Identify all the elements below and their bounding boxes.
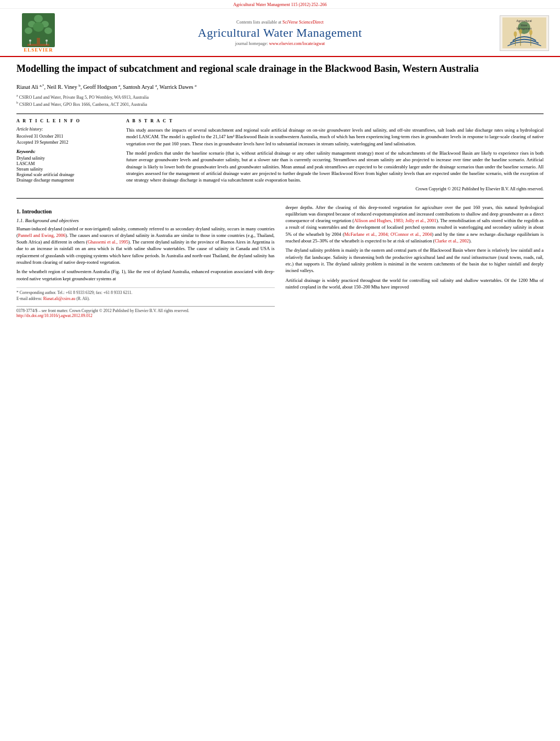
divider-1: [16, 114, 544, 114]
article-title: Modelling the impact of subcatchment and…: [16, 63, 544, 77]
journal-title: Agricultural Water Management: [66, 26, 494, 40]
footer-bar: 0378-3774/$ – see front matter. Crown Co…: [16, 306, 275, 318]
journal-logo-image: Agricultural Water Management: [500, 15, 549, 51]
keyword-4: Regional scale artificial drainage: [16, 172, 115, 177]
svg-point-4: [25, 27, 32, 34]
svg-text:Management: Management: [517, 27, 532, 30]
keyword-2: LASCAM: [16, 161, 115, 166]
right-para-2: The dryland salinity problem is mainly i…: [286, 247, 544, 274]
affiliations: a CSIRO Land and Water, Private Bag 5, P…: [16, 93, 544, 108]
affiliation-a: a CSIRO Land and Water, Private Bag 5, P…: [16, 93, 544, 101]
footnote-email-link[interactable]: Riasat.ali@csiro.au: [43, 296, 76, 301]
body-divider: [16, 198, 544, 199]
right-para-3: Artificial drainage is widely practiced …: [286, 277, 544, 291]
contents-line: Contents lists available at SciVerse Sci…: [66, 20, 494, 25]
homepage-link[interactable]: www.elsevier.com/locate/agwat: [269, 41, 325, 46]
doi-link[interactable]: http://dx.doi.org/10.1016/j.agwat.2012.0…: [16, 313, 92, 318]
footer-doi: http://dx.doi.org/10.1016/j.agwat.2012.0…: [16, 313, 275, 318]
ref-pannell: Pannell and Ewing, 2006: [18, 233, 65, 238]
elsevier-logo-area: ELSEVIER: [11, 13, 66, 53]
received-date: Received 31 October 2011: [16, 134, 115, 139]
svg-point-20: [529, 30, 533, 35]
article-info-abstract: A R T I C L E I N F O Article history: R…: [16, 118, 544, 191]
abstract-column: A B S T R A C T This study assesses the …: [126, 118, 544, 191]
abstract-text: This study assesses the impacts of sever…: [126, 127, 544, 184]
footer-copyright: 0378-3774/$ – see front matter. Crown Co…: [16, 308, 275, 313]
ref-allison: Allison and Hughes, 1983; Jolly et al., …: [354, 218, 436, 223]
abstract-para-1: This study assesses the impacts of sever…: [126, 127, 544, 147]
keyword-3: Stream salinity: [16, 167, 115, 172]
footnote-corresponding: * Corresponding author. Tel.: +61 8 9333…: [16, 290, 275, 296]
journal-logo-svg: Agricultural Water Management: [502, 16, 546, 49]
main-content: Modelling the impact of subcatchment and…: [0, 57, 560, 329]
svg-point-9: [29, 39, 31, 42]
copyright: Crown Copyright © 2012 Published by Else…: [126, 186, 544, 191]
elsevier-tree-icon: [22, 13, 55, 47]
body-left-col: 1. Introduction 1.1. Background and obje…: [16, 204, 275, 319]
homepage-line: journal homepage: www.elsevier.com/locat…: [66, 41, 494, 46]
abstract-title: A B S T R A C T: [126, 118, 544, 123]
body-content: 1. Introduction 1.1. Background and obje…: [16, 204, 544, 319]
journal-bar: Agricultural Water Management 115 (2012)…: [0, 0, 560, 8]
sciverse-link[interactable]: SciVerse ScienceDirect: [282, 20, 324, 25]
affiliation-b: b CSIRO Land and Water, GPO Box 1666, Ca…: [16, 100, 544, 108]
subsection-1-1-heading: 1.1. Background and objectives: [16, 218, 275, 223]
elsevier-logo: ELSEVIER: [11, 13, 66, 53]
svg-text:Agricultural: Agricultural: [516, 19, 531, 22]
svg-rect-8: [27, 44, 49, 46]
keyword-5: Drainage discharge management: [16, 178, 115, 183]
body-right-col: deeper depths. After the clearing of thi…: [286, 204, 544, 319]
article-history-label: Article history:: [16, 127, 115, 132]
svg-point-1: [34, 15, 43, 22]
keywords-label: Keywords:: [16, 149, 115, 154]
body-para-2: In the wheatbelt region of southwestern …: [16, 268, 275, 282]
body-para-1: Human-induced dryland (rainfed or non-ir…: [16, 225, 275, 266]
abstract-para-2: The model predicts that under the baseli…: [126, 150, 544, 184]
journal-logo-area: Agricultural Water Management: [494, 15, 549, 51]
ref-ghassemi: Ghassemi et al., 1995: [88, 239, 128, 245]
header: ELSEVIER Contents lists available at Sci…: [0, 8, 560, 57]
svg-point-10: [46, 39, 48, 42]
journal-citation: Agricultural Water Management 115 (2012)…: [233, 2, 327, 7]
right-para-1: deeper depths. After the clearing of thi…: [286, 204, 544, 245]
ref-mcfarlane: McFarlane et al., 2004; O'Connor et al.,…: [344, 231, 432, 237]
page: Agricultural Water Management 115 (2012)…: [0, 0, 560, 741]
header-center: Contents lists available at SciVerse Sci…: [66, 20, 494, 46]
authors: Riasat Ali a,*, Neil R. Viney b, Geoff H…: [16, 83, 544, 89]
svg-point-16: [514, 31, 517, 36]
article-info-column: A R T I C L E I N F O Article history: R…: [16, 118, 115, 191]
footnote-email: E-mail address: Riasat.ali@csiro.au (R. …: [16, 296, 275, 302]
svg-text:Water: Water: [521, 24, 528, 27]
svg-point-6: [33, 22, 44, 32]
article-info-title: A R T I C L E I N F O: [16, 118, 115, 123]
elsevier-text-label: ELSEVIER: [24, 47, 53, 53]
footnote-section: * Corresponding author. Tel.: +61 8 9333…: [16, 287, 275, 302]
svg-point-5: [44, 27, 52, 34]
keyword-1: Dryland salinity: [16, 156, 115, 161]
accepted-date: Accepted 19 September 2012: [16, 140, 115, 145]
ref-clarke: Clarke et al., 2002: [434, 238, 469, 244]
section-1-heading: 1. Introduction: [16, 208, 275, 214]
authors-text: Riasat Ali a,*, Neil R. Viney b, Geoff H…: [16, 84, 196, 90]
